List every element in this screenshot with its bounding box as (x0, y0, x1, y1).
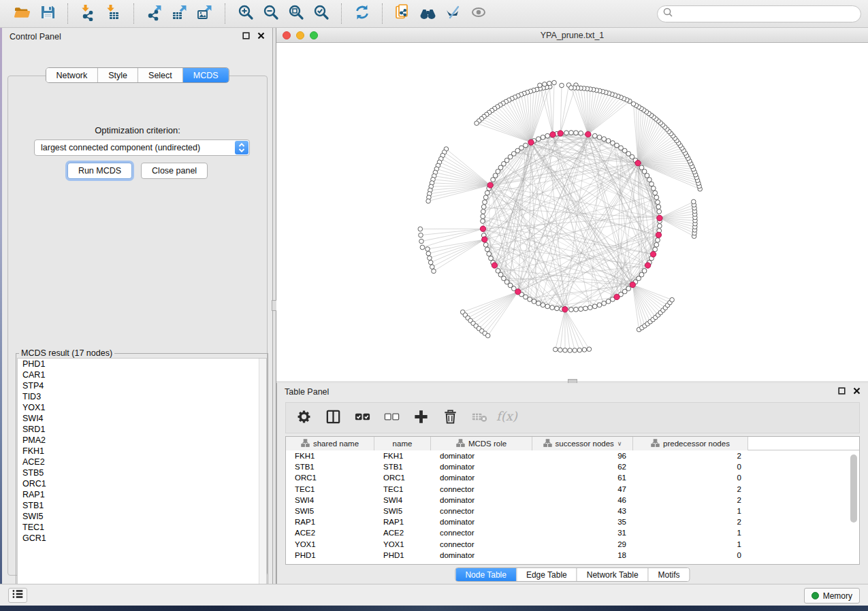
zoom-in-button[interactable] (233, 2, 258, 25)
tab-motifs[interactable]: Motifs (648, 568, 690, 581)
network-view-window: YPA_prune.txt_1 (276, 28, 868, 381)
optimization-criterion-dropdown[interactable]: largest connected component (undirected) (34, 139, 250, 156)
delete-button[interactable] (440, 408, 460, 428)
optimization-criterion-label: Optimization criterion: (8, 125, 267, 135)
close-panel-button[interactable]: Close panel (141, 163, 208, 179)
export-network-button[interactable] (142, 2, 167, 25)
mcds-node-item[interactable]: ORC1 (18, 478, 266, 489)
mcds-node-item[interactable]: STP4 (18, 380, 266, 391)
export-table-button[interactable] (167, 2, 192, 25)
mcds-node-item[interactable]: RAP1 (18, 489, 266, 500)
gear-button[interactable] (294, 408, 313, 428)
mcds-node-item[interactable]: YOX1 (18, 402, 266, 413)
mcds-node-item[interactable]: SWI4 (18, 413, 266, 424)
split-columns-button[interactable] (323, 408, 342, 428)
close-panel-icon[interactable] (257, 32, 265, 42)
add-icon (413, 408, 430, 428)
float-panel-icon[interactable] (838, 387, 846, 397)
table-scrollbar[interactable] (850, 453, 858, 562)
tab-select[interactable]: Select (138, 68, 182, 82)
search-icon (662, 7, 674, 21)
tab-network[interactable]: Network (46, 68, 97, 82)
delete-icon (442, 408, 459, 428)
open-folder-icon (13, 3, 31, 24)
minimize-window-button[interactable] (296, 31, 304, 39)
table-row[interactable]: SWI5SWI5connector431 (286, 506, 859, 516)
main-toolbar (0, 0, 868, 28)
svg-text:f(x): f(x) (496, 409, 518, 423)
binoculars-button[interactable] (415, 2, 440, 25)
list-scrollbar[interactable] (259, 359, 266, 593)
run-mcds-button[interactable]: Run MCDS (67, 163, 132, 179)
import-network-button[interactable] (76, 2, 101, 25)
control-panel: Control Panel NetworkStyleSelectMCDS Opt… (2, 28, 272, 584)
show-panels-button[interactable] (8, 588, 27, 603)
table-row[interactable]: RAP1RAP1dominator352 (286, 516, 859, 527)
mcds-node-item[interactable]: PMA2 (18, 435, 266, 446)
zoom-selected-button[interactable] (308, 2, 334, 25)
mcds-node-item[interactable]: PHD1 (18, 359, 266, 369)
search-input[interactable] (674, 7, 861, 20)
mcds-node-item[interactable]: CAR1 (18, 369, 266, 380)
deselect-all-button[interactable] (382, 408, 401, 428)
hide-details-button[interactable] (440, 2, 466, 25)
add-button[interactable] (411, 408, 430, 428)
column-header-MCDS-role[interactable]: MCDS role (431, 437, 532, 450)
org-chart-icon (456, 439, 465, 449)
table-row[interactable]: ORC1ORC1dominator610 (286, 472, 859, 483)
zoom-fit-button[interactable] (283, 2, 308, 25)
search-box[interactable] (657, 5, 861, 22)
close-panel-icon[interactable] (853, 387, 861, 397)
mcds-node-item[interactable]: SRD1 (18, 424, 266, 435)
network-file-button[interactable] (390, 2, 415, 25)
mcds-node-item[interactable]: TEC1 (18, 522, 266, 533)
tab-style[interactable]: Style (97, 68, 138, 82)
mcds-node-item[interactable]: STB1 (18, 500, 266, 511)
network-window-titlebar[interactable]: YPA_prune.txt_1 (276, 28, 868, 43)
gear-icon (295, 408, 312, 428)
select-all-button[interactable] (353, 408, 372, 428)
open-folder-button[interactable] (10, 2, 35, 25)
mcds-node-item[interactable]: FKH1 (18, 446, 266, 457)
tab-network-table[interactable]: Network Table (577, 568, 648, 581)
tab-mcds[interactable]: MCDS (182, 68, 229, 82)
tab-node-table[interactable]: Node Table (455, 568, 516, 581)
refresh-button[interactable] (349, 2, 374, 25)
column-header-shared-name[interactable]: shared name (286, 437, 374, 450)
save-icon (39, 3, 57, 24)
zoom-out-button[interactable] (258, 2, 283, 25)
close-window-button[interactable] (283, 31, 291, 39)
column-header-successor-nodes[interactable]: successor nodes∨ (532, 437, 633, 450)
delete-table-button[interactable] (470, 408, 489, 428)
table-row[interactable]: SWI4SWI4dominator462 (286, 495, 859, 506)
save-button[interactable] (35, 2, 60, 25)
import-table-button[interactable] (101, 2, 126, 25)
network-canvas[interactable] (276, 43, 867, 381)
table-row[interactable]: ACE2ACE2connector311 (286, 527, 859, 538)
mcds-node-item[interactable]: STB5 (18, 467, 266, 478)
maximize-window-button[interactable] (310, 31, 318, 39)
control-panel-title: Control Panel (10, 32, 61, 42)
mcds-node-item[interactable]: GCR1 (18, 533, 266, 544)
export-image-button[interactable] (192, 2, 217, 25)
mcds-node-item[interactable]: ACE2 (18, 457, 266, 467)
eye-button[interactable] (466, 2, 491, 25)
float-panel-icon[interactable] (242, 32, 250, 42)
mcds-node-item[interactable]: SWI5 (18, 511, 266, 522)
scrollbar-thumb[interactable] (850, 455, 857, 523)
tab-edge-table[interactable]: Edge Table (516, 568, 577, 581)
table-row[interactable]: TEC1TEC1connector472 (286, 484, 859, 495)
column-header-predecessor-nodes[interactable]: predecessor nodes (633, 437, 748, 450)
export-image-icon (196, 3, 214, 24)
function-button[interactable]: f(x) (499, 408, 518, 428)
memory-button[interactable]: Memory (804, 588, 860, 604)
table-tabs: Node TableEdge TableNetwork TableMotifs (455, 567, 690, 582)
table-row[interactable]: PHD1PHD1dominator180 (286, 550, 859, 561)
table-row[interactable]: FKH1FKH1dominator962 (286, 450, 859, 461)
table-row[interactable]: STB1STB1dominator620 (286, 461, 859, 472)
control-panel-titlebar: Control Panel (2, 28, 272, 46)
mcds-node-item[interactable]: TID3 (18, 391, 266, 402)
table-row[interactable]: YOX1YOX1connector291 (286, 539, 859, 550)
mcds-result-list[interactable]: PHD1CAR1STP4TID3YOX1SWI4SRD1PMA2FKH1ACE2… (17, 358, 267, 594)
column-header-name[interactable]: name (374, 437, 431, 450)
